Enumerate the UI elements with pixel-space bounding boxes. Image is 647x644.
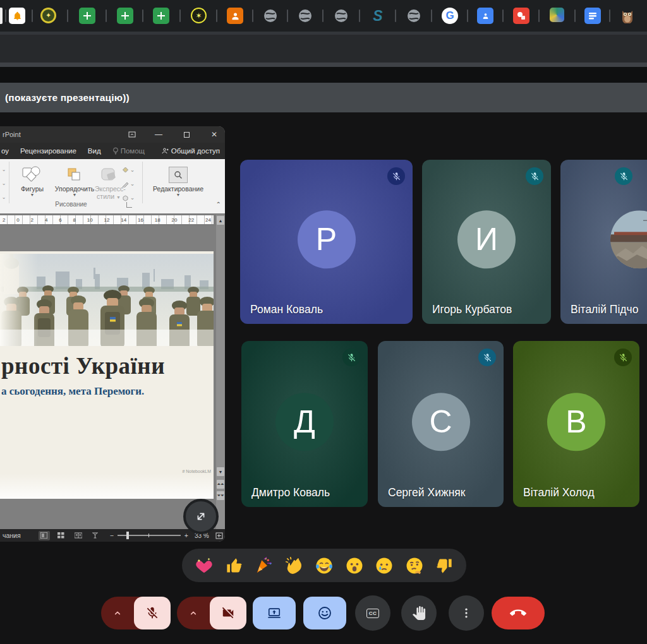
mic-toggle-button[interactable] bbox=[134, 597, 171, 629]
tab-view[interactable]: Вид bbox=[88, 147, 101, 155]
effects-icon bbox=[122, 194, 129, 201]
sheets-icon[interactable] bbox=[153, 8, 169, 24]
page-top-band bbox=[0, 67, 647, 83]
avatar: В bbox=[547, 393, 605, 451]
contacts-icon[interactable] bbox=[477, 8, 493, 24]
avatar: И bbox=[457, 210, 516, 268]
multicolor-icon[interactable] bbox=[550, 8, 564, 22]
view-switcher bbox=[39, 531, 101, 540]
powerpoint-ribbon-tabs: оу Рецензирование Вид Помощ Общий доступ bbox=[0, 143, 225, 159]
reaction-thumbs-down[interactable] bbox=[433, 555, 455, 576]
reaction-joy[interactable] bbox=[313, 555, 335, 576]
raise-hand-button[interactable] bbox=[401, 595, 437, 631]
globe-icon[interactable] bbox=[333, 8, 349, 24]
reaction-open-mouth[interactable] bbox=[344, 555, 365, 576]
zoom-slider[interactable] bbox=[118, 535, 181, 536]
zoom-out-button[interactable]: − bbox=[110, 532, 114, 539]
mic-muted-badge bbox=[478, 349, 496, 366]
maximize-button[interactable] bbox=[179, 128, 193, 141]
ribbon-display-options-button[interactable] bbox=[125, 128, 139, 141]
captions-button[interactable]: CC bbox=[355, 595, 390, 631]
globe-icon[interactable] bbox=[297, 8, 313, 24]
reaction-thumbs-up[interactable] bbox=[224, 555, 245, 576]
docs-list-icon[interactable] bbox=[584, 8, 601, 24]
avatar-initial: В bbox=[565, 403, 586, 440]
camera-toggle-button[interactable] bbox=[210, 597, 246, 629]
owl-icon[interactable] bbox=[619, 8, 636, 24]
scroll-up-button[interactable]: ▲ bbox=[217, 216, 224, 225]
slide-scrollbar[interactable]: ▲ ▼ ⏶⏶ ⏷⏷ bbox=[216, 215, 225, 529]
participant-tile[interactable]: В Віталій Холод bbox=[513, 341, 639, 507]
minimize-button[interactable]: — bbox=[152, 128, 166, 141]
tab-slideshow-cut[interactable]: оу bbox=[1, 147, 9, 155]
slide-title: рності України bbox=[1, 352, 214, 379]
normal-view-button[interactable] bbox=[39, 531, 50, 540]
google-g-icon[interactable]: G bbox=[442, 8, 458, 24]
shared-presentation-tile[interactable]: rPoint — ✕ оу Рецензирование Вид Помощ О… bbox=[0, 126, 225, 542]
shapes-icon bbox=[21, 165, 43, 183]
globe-icon[interactable] bbox=[262, 8, 279, 24]
notes-button-partial[interactable]: чания bbox=[3, 532, 21, 539]
reactions-button[interactable] bbox=[303, 597, 346, 629]
mic-muted-badge bbox=[614, 349, 632, 366]
reaction-sparkling-heart[interactable] bbox=[193, 555, 215, 576]
zoom-slider-thumb[interactable] bbox=[126, 532, 129, 539]
next-slide-button[interactable]: ⏷⏷ bbox=[217, 491, 224, 500]
participant-tile[interactable]: И Игорь Курбатов bbox=[422, 160, 551, 324]
collapse-ribbon-button[interactable]: ⌃ bbox=[216, 201, 221, 208]
reactions-bar bbox=[182, 549, 466, 582]
expand-presentation-button[interactable] bbox=[183, 499, 219, 534]
chevron-up-icon bbox=[112, 608, 123, 618]
close-button[interactable]: ✕ bbox=[207, 128, 221, 141]
bell-icon[interactable] bbox=[9, 8, 25, 24]
star-emblem-icon[interactable]: ✶ bbox=[191, 8, 207, 23]
share-button[interactable]: Общий доступ bbox=[160, 147, 220, 155]
bookmarks-bar: ✦ ✶ S G bbox=[0, 0, 647, 32]
present-button[interactable] bbox=[253, 597, 296, 629]
tab-review[interactable]: Рецензирование bbox=[20, 147, 76, 155]
globe-icon[interactable] bbox=[406, 8, 422, 24]
bookmark-partial-icon[interactable] bbox=[0, 8, 3, 24]
fit-to-window-button[interactable] bbox=[215, 532, 223, 539]
participant-tile[interactable]: Віталій Підчо bbox=[560, 160, 647, 324]
participant-tile[interactable]: Р Роман Коваль bbox=[240, 160, 413, 324]
presenting-banner: (показуєте презентацію)) bbox=[0, 83, 647, 112]
powerpoint-title-bar: rPoint — ✕ bbox=[0, 126, 225, 143]
avatar: Д bbox=[275, 393, 334, 451]
shape-format-mini-buttons[interactable]: ⌄ ⌄ ⌄ bbox=[119, 163, 138, 205]
red-shapes-icon[interactable] bbox=[513, 8, 529, 24]
shapes-button[interactable]: Фигуры▼ bbox=[14, 163, 51, 198]
zoom-in-button[interactable]: + bbox=[184, 532, 188, 539]
tab-help[interactable]: Помощ bbox=[112, 147, 145, 155]
slide-workspace: рності України а сьогодення, мета Перемо… bbox=[0, 226, 216, 529]
person-orange-icon[interactable] bbox=[227, 8, 243, 24]
quick-styles-icon bbox=[100, 167, 118, 183]
emblem-badge-icon[interactable]: ✦ bbox=[40, 8, 56, 23]
reaction-crying[interactable] bbox=[373, 555, 395, 576]
slide-sorter-view-button[interactable] bbox=[56, 531, 67, 540]
reading-view-button[interactable] bbox=[73, 531, 84, 540]
dialog-launcher-icon[interactable] bbox=[126, 202, 132, 208]
previous-slide-button[interactable]: ⏶⏶ bbox=[217, 480, 224, 489]
cc-icon: CC bbox=[366, 609, 379, 618]
reaction-thinking[interactable] bbox=[404, 555, 425, 576]
reaction-party-popper[interactable] bbox=[253, 555, 275, 576]
more-options-button[interactable] bbox=[449, 595, 484, 631]
sheets-icon[interactable] bbox=[117, 8, 133, 24]
mic-muted-badge bbox=[342, 349, 360, 366]
editing-button[interactable]: Редактирование▼ bbox=[147, 163, 210, 198]
scroll-down-button[interactable]: ▼ bbox=[217, 467, 224, 476]
participant-tile[interactable]: Д Дмитро Коваль bbox=[241, 341, 368, 507]
mic-muted-badge bbox=[615, 167, 632, 185]
mic-off-icon bbox=[483, 353, 492, 362]
end-call-button[interactable] bbox=[492, 597, 545, 629]
s-letter-icon[interactable]: S bbox=[370, 8, 386, 24]
mic-off-icon bbox=[347, 353, 356, 362]
arrange-button[interactable]: Упорядочить▼ bbox=[52, 163, 97, 198]
sheets-icon[interactable] bbox=[79, 8, 95, 24]
slideshow-view-button[interactable] bbox=[90, 531, 101, 540]
mic-off-icon bbox=[530, 172, 540, 181]
participant-tile[interactable]: С Сергей Хижняк bbox=[378, 341, 504, 507]
powerpoint-ribbon: ⌄⌄⌄ Фигуры▼ Упорядочить▼ Экспресс-стили … bbox=[0, 159, 225, 213]
reaction-clapping-hands[interactable] bbox=[284, 555, 305, 576]
